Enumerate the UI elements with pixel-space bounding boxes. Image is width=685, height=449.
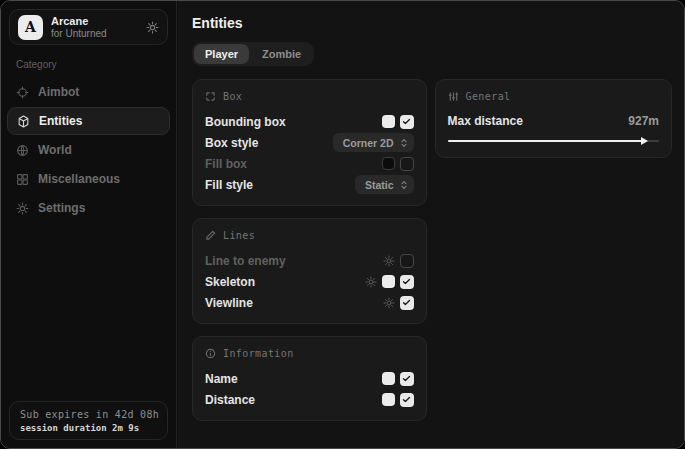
settings-gear-icon[interactable] [146,21,159,34]
app-logo: A [18,15,43,40]
sidebar-item-settings[interactable]: Settings [1,194,176,222]
lines-card: Lines Line to enemy Skeleton [192,218,427,324]
box-style-value: Corner 2D [343,137,394,149]
sidebar: A Arcane for Unturned Category Aimbot [1,1,177,448]
viewline-checkbox[interactable] [400,296,414,310]
box-style-dropdown[interactable]: Corner 2D [333,133,414,152]
viewline-row: Viewline [205,292,414,313]
bounding-box-checkbox[interactable] [400,115,414,129]
skeleton-label: Skeleton [205,275,255,289]
sidebar-item-entities[interactable]: Entities [7,107,170,135]
pencil-line-icon [205,230,216,241]
sidebar-item-label: World [38,143,72,157]
viewline-gear-icon[interactable] [383,297,395,309]
fill-style-label: Fill style [205,178,253,192]
box-style-label: Box style [205,136,258,150]
fill-box-label: Fill box [205,157,247,171]
tab-player[interactable]: Player [194,44,249,64]
sidebar-item-world[interactable]: World [1,136,176,164]
entity-tabs: Player Zombie [192,42,314,66]
max-distance-label: Max distance [448,114,523,128]
box-style-row: Box style Corner 2D [205,132,414,153]
subscription-status: Sub expires in 42d 08h session duration … [9,401,168,440]
bounding-box-label: Bounding box [205,115,286,129]
information-card-header: Information [205,348,414,359]
chevrons-up-down-icon [399,180,409,190]
info-icon [205,348,216,359]
sidebar-item-label: Miscellaneous [38,172,120,186]
information-card-title: Information [223,348,294,359]
skeleton-color-swatch[interactable] [382,275,395,288]
tab-zombie[interactable]: Zombie [251,44,312,64]
session-duration-text: session duration 2m 9s [20,423,157,433]
sidebar-nav: Aimbot Entities World Miscellaneous [1,78,176,222]
sidebar-item-label: Aimbot [38,85,79,99]
sidebar-item-aimbot[interactable]: Aimbot [1,78,176,106]
right-column: General Max distance 927m [435,79,672,158]
cube-icon [17,115,30,128]
fill-box-color-swatch[interactable] [382,157,395,170]
skeleton-checkbox[interactable] [400,275,414,289]
app-header: A Arcane for Unturned [9,9,168,45]
app-subtitle: for Unturned [51,28,138,40]
distance-checkbox[interactable] [400,393,414,407]
fill-style-row: Fill style Static [205,174,414,195]
globe-icon [16,144,29,157]
general-card-title: General [466,91,511,102]
line-to-enemy-row: Line to enemy [205,250,414,271]
sidebar-item-miscellaneous[interactable]: Miscellaneous [1,165,176,193]
fill-style-value: Static [365,179,394,191]
box-card-header: Box [205,91,414,102]
category-label: Category [16,59,176,70]
general-card: General Max distance 927m [435,79,672,158]
viewline-label: Viewline [205,296,253,310]
line-to-enemy-gear-icon[interactable] [383,255,395,267]
box-card: Box Bounding box Box style [192,79,427,206]
app-window: A Arcane for Unturned Category Aimbot [0,0,685,449]
content-area: Box Bounding box Box style [192,79,672,421]
fill-style-dropdown[interactable]: Static [355,175,414,194]
name-label: Name [205,372,238,386]
distance-color-swatch[interactable] [382,393,395,406]
name-checkbox[interactable] [400,372,414,386]
max-distance-value: 927m [628,114,659,128]
fill-box-row: Fill box [205,153,414,174]
chevrons-up-down-icon [399,138,409,148]
lines-card-title: Lines [223,230,255,241]
fill-box-checkbox[interactable] [400,157,414,171]
information-card: Information Name Distance [192,336,427,421]
grid-icon [16,173,29,186]
bounding-box-color-swatch[interactable] [382,115,395,128]
page-title: Entities [192,15,672,31]
slider-fill [448,140,643,142]
line-to-enemy-checkbox[interactable] [400,254,414,268]
max-distance-row: Max distance 927m [448,111,659,131]
sidebar-item-label: Entities [39,114,82,128]
slider-thumb[interactable] [641,137,648,145]
skeleton-gear-icon[interactable] [365,276,377,288]
sidebar-item-label: Settings [38,201,85,215]
scan-corners-icon [205,91,216,102]
bounding-box-row: Bounding box [205,111,414,132]
left-column: Box Bounding box Box style [192,79,427,421]
max-distance-slider[interactable] [448,135,659,147]
main-panel: Entities Player Zombie Box Bounding box [178,1,684,448]
name-color-swatch[interactable] [382,372,395,385]
line-to-enemy-label: Line to enemy [205,254,286,268]
sliders-icon [448,91,459,102]
general-card-header: General [448,91,659,102]
box-card-title: Box [223,91,242,102]
app-titles: Arcane for Unturned [51,15,138,39]
app-name: Arcane [51,15,138,28]
gear-icon [16,202,29,215]
skeleton-row: Skeleton [205,271,414,292]
sub-expiry-text: Sub expires in 42d 08h [20,409,157,420]
distance-label: Distance [205,393,255,407]
lines-card-header: Lines [205,230,414,241]
name-row: Name [205,368,414,389]
crosshair-icon [16,86,29,99]
distance-row: Distance [205,389,414,410]
